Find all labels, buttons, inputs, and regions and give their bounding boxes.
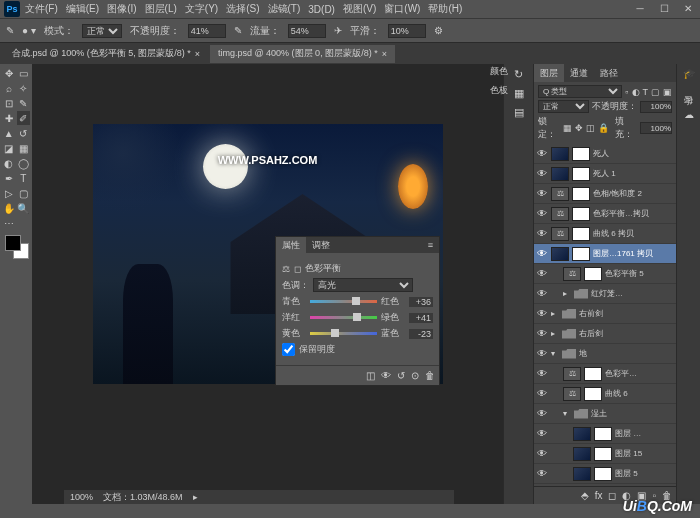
layer-row[interactable]: 👁⚖色彩平衡 5	[534, 264, 676, 284]
fg-color[interactable]	[5, 235, 21, 251]
layer-row[interactable]: 👁▸右后剑	[534, 324, 676, 344]
visibility-icon[interactable]: 👁	[536, 168, 548, 179]
brush-picker-icon[interactable]: ● ▾	[22, 25, 36, 36]
hand-tool[interactable]: ✋	[2, 201, 16, 215]
layer-name[interactable]: 死人	[593, 148, 674, 159]
layer-mask-icon[interactable]: ◻	[608, 490, 616, 501]
layer-name[interactable]: 红灯笼…	[591, 288, 674, 299]
pressure-opacity-icon[interactable]: ✎	[234, 25, 242, 36]
layers-list[interactable]: 👁死人👁死人 1👁⚖色相/饱和度 2👁⚖色彩平衡…拷贝👁⚖曲线 6 拷贝👁图层……	[534, 144, 676, 486]
mg-value[interactable]: +41	[409, 313, 433, 323]
layer-thumb[interactable]	[573, 447, 591, 461]
tab-layers[interactable]: 图层	[534, 64, 564, 82]
close-button[interactable]: ✕	[676, 0, 700, 16]
tab-paths[interactable]: 路径	[594, 64, 624, 82]
layer-name[interactable]: 图层 …	[615, 428, 674, 439]
menu-file[interactable]: 文件(F)	[22, 2, 61, 16]
eraser-tool[interactable]: ◪	[2, 141, 16, 155]
color-swatch[interactable]	[5, 235, 29, 259]
group-arrow-icon[interactable]: ▸	[551, 309, 559, 318]
layer-name[interactable]: 色彩平…	[605, 368, 674, 379]
clip-icon[interactable]: ◫	[366, 370, 375, 381]
visibility-icon[interactable]: 👁	[536, 348, 548, 359]
color-icon[interactable]: ▤	[514, 106, 524, 119]
gear-icon[interactable]: ⚙	[434, 25, 443, 36]
wand-tool[interactable]: ✧	[17, 81, 31, 95]
menu-type[interactable]: 文字(Y)	[182, 2, 221, 16]
group-arrow-icon[interactable]: ▸	[551, 329, 559, 338]
visibility-icon[interactable]: 👁	[536, 148, 548, 159]
layer-row[interactable]: 👁▾地	[534, 344, 676, 364]
visibility-icon[interactable]: 👁	[536, 288, 548, 299]
visibility-icon[interactable]: 👁	[536, 328, 548, 339]
layer-fx-icon[interactable]: fx	[595, 490, 603, 501]
tab-channels[interactable]: 通道	[564, 64, 594, 82]
layer-row[interactable]: 👁图层 15	[534, 444, 676, 464]
visibility-icon[interactable]: 👁	[536, 368, 548, 379]
link-layers-icon[interactable]: ⬘	[581, 490, 589, 501]
mask-thumb[interactable]	[594, 447, 612, 461]
layer-name[interactable]: 死人 1	[593, 168, 674, 179]
layer-row[interactable]: 👁▾湿土	[534, 404, 676, 424]
cr-value[interactable]: +36	[409, 297, 433, 307]
visibility-icon[interactable]: 👁	[536, 268, 548, 279]
group-arrow-icon[interactable]: ▸	[563, 289, 571, 298]
move-tool[interactable]: ✥	[2, 66, 16, 80]
heal-tool[interactable]: ✚	[2, 111, 16, 125]
preserve-lum-checkbox[interactable]	[282, 343, 295, 356]
adj-thumb[interactable]: ⚖	[551, 187, 569, 201]
layer-name[interactable]: 右前剑	[579, 308, 674, 319]
layer-thumb[interactable]	[573, 427, 591, 441]
visibility-icon[interactable]: 👁	[536, 448, 548, 459]
yellow-blue-slider[interactable]	[310, 330, 377, 338]
blend-mode-select[interactable]: 正常	[82, 24, 122, 38]
layer-row[interactable]: 👁⚖色相/饱和度 2	[534, 184, 676, 204]
mask-thumb[interactable]	[572, 227, 590, 241]
adj-thumb[interactable]: ⚖	[563, 387, 581, 401]
layer-name[interactable]: 图层…1761 拷贝	[593, 248, 674, 259]
delete-adj-icon[interactable]: 🗑	[425, 370, 435, 381]
tab-adjustments[interactable]: 调整	[306, 237, 336, 253]
layer-name[interactable]: 右后剑	[579, 328, 674, 339]
path-select-tool[interactable]: ▷	[2, 186, 16, 200]
view-previous-icon[interactable]: 👁	[381, 370, 391, 381]
fill-input[interactable]	[640, 122, 672, 134]
mask-icon[interactable]: ◻	[294, 264, 301, 274]
layer-opacity-input[interactable]	[640, 101, 672, 113]
shape-tool[interactable]: ▢	[17, 186, 31, 200]
group-arrow-icon[interactable]: ▾	[551, 349, 559, 358]
tab-document-2[interactable]: timg.psd @ 400% (图层 0, 图层蒙版/8) * ×	[210, 45, 395, 63]
tab-document-1[interactable]: 合成.psd @ 100% (色彩平衡 5, 图层蒙版/8) * ×	[4, 45, 208, 63]
layer-name[interactable]: 图层 5	[615, 468, 674, 479]
filter-type-icon[interactable]: T	[643, 87, 649, 97]
menu-window[interactable]: 窗口(W)	[381, 2, 423, 16]
mask-thumb[interactable]	[572, 167, 590, 181]
layer-row[interactable]: 👁▸右前剑	[534, 304, 676, 324]
layer-name[interactable]: 图层 15	[615, 448, 674, 459]
menu-select[interactable]: 选择(S)	[223, 2, 262, 16]
tone-select[interactable]: 高光	[313, 278, 413, 292]
adj-thumb[interactable]: ⚖	[563, 267, 581, 281]
close-tab-icon[interactable]: ×	[195, 49, 200, 59]
brush-tool[interactable]: ✐	[17, 111, 31, 125]
layer-thumb[interactable]	[551, 247, 569, 261]
visibility-icon[interactable]: 👁	[536, 228, 548, 239]
layer-row[interactable]: 👁死人	[534, 144, 676, 164]
visibility-icon[interactable]: 👁	[536, 248, 548, 259]
layer-row[interactable]: 👁⚖色彩平…	[534, 364, 676, 384]
layer-row[interactable]: 👁图层 …	[534, 424, 676, 444]
lasso-tool[interactable]: ⌕	[2, 81, 16, 95]
layer-name[interactable]: 地	[579, 348, 674, 359]
layer-row[interactable]: 👁▸红灯笼…	[534, 284, 676, 304]
layer-row[interactable]: 👁图层…1761 拷贝	[534, 244, 676, 264]
visibility-icon[interactable]: 👁	[536, 208, 548, 219]
history-brush-tool[interactable]: ↺	[17, 126, 31, 140]
maximize-button[interactable]: ☐	[652, 0, 676, 16]
layer-blend-select[interactable]: 正常	[538, 100, 589, 113]
menu-help[interactable]: 帮助(H)	[425, 2, 465, 16]
layer-name[interactable]: 色彩平衡…拷贝	[593, 208, 674, 219]
eyedropper-tool[interactable]: ✎	[17, 96, 31, 110]
cc-library-icon[interactable]: ☁	[684, 109, 694, 120]
opacity-input[interactable]	[188, 24, 226, 38]
pen-tool[interactable]: ✒	[2, 171, 16, 185]
